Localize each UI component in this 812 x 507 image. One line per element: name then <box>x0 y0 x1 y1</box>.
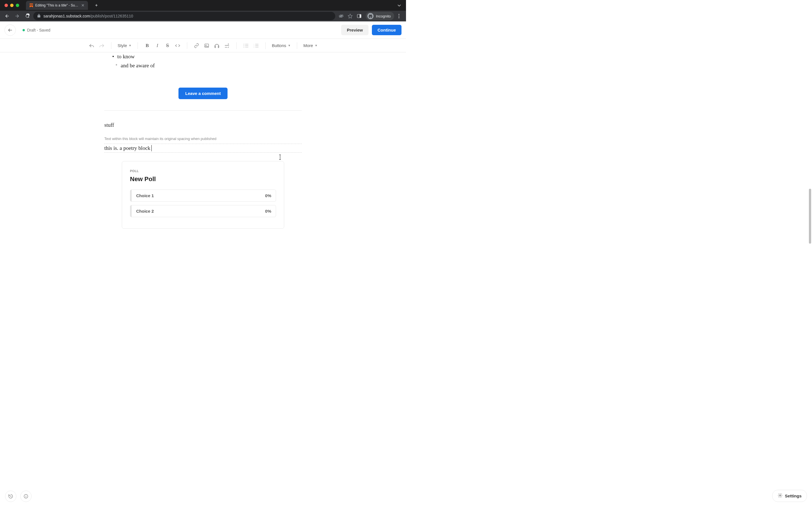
poll-block[interactable]: POLL New Poll Choice 1 0% Choice 2 0% <box>122 161 284 229</box>
tabs-dropdown-icon[interactable] <box>394 3 405 8</box>
poll-choice-label: Choice 1 <box>136 193 154 198</box>
audio-button[interactable] <box>212 41 221 50</box>
browser-reload-button[interactable] <box>23 12 32 20</box>
poetry-note: Text within this block will maintain its… <box>104 136 302 141</box>
bullet-list[interactable]: to know <box>104 52 302 61</box>
svg-point-4 <box>399 16 400 17</box>
poetry-text[interactable]: this is. a poetry block <box>104 145 302 151</box>
incognito-label: Incognito <box>376 14 391 18</box>
poll-label: POLL <box>130 169 276 173</box>
svg-point-10 <box>244 45 245 46</box>
browser-forward-button[interactable] <box>13 12 21 20</box>
editor-content[interactable]: to know and be aware of Leave a comment … <box>104 52 302 240</box>
poll-choice-percent: 0% <box>265 193 271 198</box>
svg-point-3 <box>399 14 400 15</box>
svg-rect-2 <box>360 14 361 18</box>
poll-title[interactable]: New Poll <box>130 175 276 183</box>
continue-button[interactable]: Continue <box>372 25 402 35</box>
tab-close-icon[interactable]: ✕ <box>81 3 85 8</box>
strikethrough-button[interactable]: S <box>163 41 172 50</box>
substack-favicon-icon <box>29 3 33 7</box>
svg-point-5 <box>399 17 400 18</box>
svg-point-7 <box>206 45 206 46</box>
divider <box>104 110 302 111</box>
browser-toolbar: sarahjonas1.substack.com/publish/post/11… <box>0 11 406 21</box>
url-text: sarahjonas1.substack.com/publish/post/11… <box>43 14 133 18</box>
incognito-icon <box>367 13 373 19</box>
poll-choice[interactable]: Choice 2 0% <box>130 205 276 217</box>
svg-line-0 <box>340 15 343 17</box>
editor-toolbar: Style ▼ B I S 123 <box>0 39 406 52</box>
window-maximize[interactable] <box>16 4 19 7</box>
status-dot-icon <box>22 29 25 31</box>
bold-button[interactable]: B <box>142 41 152 50</box>
lock-icon <box>37 14 41 18</box>
window-controls <box>1 4 22 7</box>
browser-menu-icon[interactable] <box>395 12 403 20</box>
back-button[interactable] <box>4 24 16 36</box>
svg-point-12 <box>244 47 245 47</box>
bookmark-star-icon[interactable] <box>346 12 354 20</box>
address-bar[interactable]: sarahjonas1.substack.com/publish/post/11… <box>33 12 335 20</box>
tab-title: Editing "This is a title" - Subst... <box>35 3 79 7</box>
svg-text:2: 2 <box>253 45 254 46</box>
sub-bullet-list[interactable]: and be aware of <box>104 61 302 70</box>
chevron-down-icon: ▼ <box>288 44 291 47</box>
more-dropdown[interactable]: More ▼ <box>302 41 319 50</box>
new-tab-button[interactable]: + <box>93 3 100 8</box>
tracking-icon[interactable] <box>337 12 345 20</box>
side-panel-icon[interactable] <box>355 12 363 20</box>
app-header: Draft - Saved Preview Continue <box>0 21 406 39</box>
link-button[interactable] <box>192 41 201 50</box>
browser-back-button[interactable] <box>3 12 11 20</box>
buttons-dropdown[interactable]: Buttons ▼ <box>270 41 292 50</box>
draft-status: Draft - Saved <box>22 28 50 33</box>
poetry-button[interactable] <box>222 41 232 50</box>
redo-button[interactable] <box>97 41 107 50</box>
image-button[interactable] <box>202 41 211 50</box>
undo-button[interactable] <box>87 41 96 50</box>
svg-text:1: 1 <box>253 44 254 45</box>
numbered-list-button[interactable]: 123 <box>251 41 261 50</box>
svg-text:3: 3 <box>253 47 254 48</box>
text-cursor <box>151 145 152 151</box>
preview-button[interactable]: Preview <box>341 25 368 35</box>
bullet-list-button[interactable] <box>241 41 251 50</box>
chevron-down-icon: ▼ <box>315 44 317 47</box>
browser-tab[interactable]: Editing "This is a title" - Subst... ✕ <box>26 1 88 10</box>
status-text: Draft - Saved <box>27 28 50 33</box>
poetry-block[interactable]: Text within this block will maintain its… <box>104 136 302 153</box>
poll-choice[interactable]: Choice 1 0% <box>130 189 276 202</box>
style-dropdown[interactable]: Style ▼ <box>116 41 133 50</box>
editor-insertion-cursor-icon <box>280 155 280 160</box>
code-button[interactable] <box>173 41 183 50</box>
browser-right-icons: Incognito <box>337 12 403 20</box>
incognito-badge[interactable]: Incognito <box>366 12 394 20</box>
leave-comment-button[interactable]: Leave a comment <box>179 88 227 99</box>
poll-choice-percent: 0% <box>265 209 271 214</box>
browser-tabs-bar: Editing "This is a title" - Subst... ✕ + <box>0 0 406 11</box>
body-paragraph[interactable]: stuff <box>104 122 302 128</box>
list-item[interactable]: and be aware of <box>116 61 302 70</box>
chevron-down-icon: ▼ <box>129 44 132 47</box>
poll-choice-label: Choice 2 <box>136 209 154 214</box>
italic-button[interactable]: I <box>153 41 162 50</box>
svg-point-8 <box>244 44 245 45</box>
window-minimize[interactable] <box>10 4 13 7</box>
list-item[interactable]: to know <box>112 52 302 61</box>
tabs-container: Editing "This is a title" - Subst... ✕ + <box>26 0 100 11</box>
window-close[interactable] <box>4 4 8 7</box>
